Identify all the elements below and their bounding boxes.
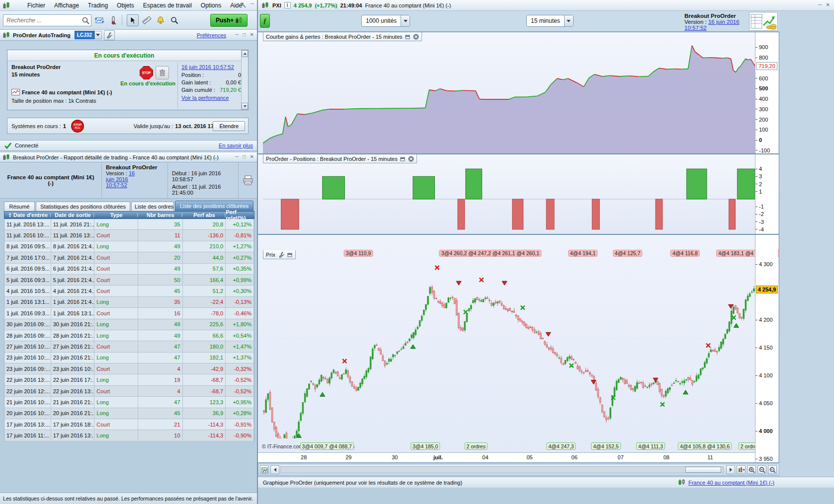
menu-item-espacesdetravail[interactable]: Espaces de travail xyxy=(139,0,196,10)
table-row[interactable]: 11 juil. 2016 13:...11 juil. 2016 21:...… xyxy=(4,219,254,230)
wrench-icon[interactable] xyxy=(278,251,285,258)
close-button[interactable]: ✕ xyxy=(250,154,254,159)
learn-more-link[interactable]: En savoir plus xyxy=(219,143,253,148)
close-button[interactable]: ✕ xyxy=(826,2,830,7)
table-row[interactable]: 22 juin 2016 12:...22 juin 2016 13:...Co… xyxy=(4,386,254,397)
menu-item-options[interactable]: Options xyxy=(196,0,226,10)
table-row[interactable]: 22 juin 2016 13:...22 juin 2016 17:...Lo… xyxy=(4,374,254,385)
units-dropdown[interactable]: 1000 unités xyxy=(361,15,410,27)
tab-2[interactable]: Statistiques des positions clôturées xyxy=(36,202,130,211)
push-button[interactable]: Push+ xyxy=(210,14,248,27)
scroll-left-button[interactable] xyxy=(270,465,279,474)
system-report-icon[interactable] xyxy=(749,12,778,31)
minimize-button[interactable]: ─ xyxy=(818,2,822,7)
table-row[interactable]: 11 juil. 2016 10:...11 juil. 2016 13:...… xyxy=(4,230,254,241)
zoom-out-icon[interactable] xyxy=(757,465,766,474)
table-row[interactable]: 30 juin 2016 09:...30 juin 2016 21:...Lo… xyxy=(4,319,254,330)
minimize-button[interactable]: ─ xyxy=(250,1,254,6)
zoom-in-icon[interactable] xyxy=(747,465,756,474)
table-row[interactable]: 6 juil. 2016 09:5...6 juil. 2016 21:4...… xyxy=(4,264,254,275)
column-header[interactable]: TypeI xyxy=(94,212,138,218)
zoom-tool-icon[interactable] xyxy=(168,14,180,26)
table-row[interactable]: 27 juin 2016 10:...27 juin 2016 21:...Co… xyxy=(4,341,254,352)
systems-scrollbar[interactable] xyxy=(241,50,248,110)
search-icon[interactable] xyxy=(82,17,89,24)
close-icon[interactable] xyxy=(413,34,419,40)
pin-icon[interactable] xyxy=(240,2,246,9)
version-link[interactable]: 16 xyxy=(129,170,135,176)
preferences-link[interactable]: Préférences xyxy=(197,32,226,38)
delete-system-button[interactable] xyxy=(156,66,169,79)
menu-item-trading[interactable]: Trading xyxy=(83,0,112,10)
table-row[interactable]: 23 juin 2016 09:...23 juin 2016 10:...Co… xyxy=(4,363,254,374)
column-header[interactable]: Nbr barresI xyxy=(138,212,183,218)
table-row[interactable]: 8 juil. 2016 09:5...8 juil. 2016 21:4...… xyxy=(4,241,254,252)
close-button[interactable]: ✕ xyxy=(250,32,254,37)
menu-item-objets[interactable]: Objets xyxy=(112,0,139,10)
performance-link[interactable]: Voir la performance xyxy=(181,95,241,101)
wrench-icon[interactable] xyxy=(104,30,115,40)
version-link-line3[interactable]: 10:57:52 xyxy=(106,182,164,188)
stop-all-button[interactable]: STOP ALL xyxy=(71,120,84,133)
maximize-button[interactable]: □ xyxy=(243,32,246,37)
calendar-icon[interactable] xyxy=(260,465,269,474)
column-header[interactable]: Date de sortieI xyxy=(51,212,95,218)
cursor-tool-icon[interactable] xyxy=(127,14,139,26)
account-dropdown-button[interactable] xyxy=(94,31,102,39)
equity-chart-tab[interactable]: Courbe gains & pertes : Breakout ProOrde… xyxy=(263,32,422,41)
print-icon[interactable] xyxy=(243,175,253,185)
table-row[interactable]: 1 juil. 2016 09:3...1 juil. 2016 13:1...… xyxy=(4,308,254,319)
restore-window-icon[interactable] xyxy=(400,156,406,161)
table-row[interactable]: 21 juin 2016 10:...21 juin 2016 21:...Lo… xyxy=(4,397,254,408)
ruler-tool-icon[interactable] xyxy=(141,14,153,26)
scrollbar-thumb[interactable] xyxy=(685,467,721,473)
column-header[interactable]: Perf relat(%) xyxy=(226,212,254,218)
table-row[interactable]: 5 juil. 2016 09:3...5 juil. 2016 21:4...… xyxy=(4,275,254,286)
table-row[interactable]: 7 juil. 2016 17:0...7 juil. 2016 21:4...… xyxy=(4,252,254,263)
table-row[interactable]: 4 juil. 2016 10:5...4 juil. 2016 21:4...… xyxy=(4,286,254,296)
column-header[interactable]: Perf absI xyxy=(183,212,226,218)
table-row[interactable]: 23 juin 2016 10:...23 juin 2016 21:...Lo… xyxy=(4,353,254,363)
timeframe-dropdown[interactable]: 15 minutes xyxy=(526,15,574,27)
units-dropdown-button[interactable] xyxy=(401,15,410,26)
table-row[interactable]: 1 juil. 2016 13:1...1 juil. 2016 21:4...… xyxy=(4,297,254,308)
positions-chart-tab[interactable]: ProOrder - Positions : Breakout ProOrder… xyxy=(263,154,417,163)
short-position-bar xyxy=(546,199,554,229)
minimize-button[interactable]: ─ xyxy=(235,154,239,159)
info-icon[interactable]: i xyxy=(284,2,291,8)
autotrading-window-titlebar[interactable]: ProOrder AutoTrading LCJ32 Préférences ─… xyxy=(0,30,257,41)
alert-bell-icon[interactable] xyxy=(155,14,167,26)
extend-button[interactable]: Étendre xyxy=(213,121,245,131)
restore-window-icon[interactable] xyxy=(405,34,411,39)
timeframe-dropdown-button[interactable] xyxy=(564,15,573,26)
trading-pointer-icon[interactable] xyxy=(107,14,119,26)
fx-indicator-button[interactable]: ƒ xyxy=(260,14,270,28)
table-row[interactable]: 17 juin 2016 13:...17 juin 2016 18:...Co… xyxy=(4,419,254,430)
tab-3[interactable]: Liste des ordres xyxy=(131,202,174,211)
maximize-button[interactable]: □ xyxy=(243,154,246,159)
horizontal-scrollbar[interactable] xyxy=(280,466,724,473)
start-date-link[interactable]: 16 juin 2016 10:57:52 xyxy=(181,64,241,70)
expand-chart-icon[interactable] xyxy=(737,465,746,474)
table-row[interactable]: 20 juin 2016 10:...20 juin 2016 21:...Lo… xyxy=(4,408,254,419)
minimize-button[interactable]: ─ xyxy=(235,32,239,37)
menu-item-fichier[interactable]: Fichier xyxy=(23,0,50,10)
scroll-down-button[interactable] xyxy=(242,103,248,110)
search-input[interactable] xyxy=(3,14,91,26)
zoom-custom-icon[interactable] xyxy=(768,465,777,474)
price-chart-tab[interactable]: Prix xyxy=(263,250,296,259)
tab-1[interactable]: Résumé xyxy=(4,202,35,211)
status-instrument-link[interactable]: France 40 au comptant (Mini 1€) (-) xyxy=(688,480,774,486)
column-header[interactable]: ⇧ Date d'entréeI xyxy=(4,212,51,218)
report-window-titlebar[interactable]: Breakout ProOrder - Rapport détaillé de … xyxy=(0,152,257,162)
close-icon[interactable] xyxy=(408,156,414,162)
menu-item-affichage[interactable]: Affichage xyxy=(50,0,83,10)
restore-window-icon[interactable] xyxy=(287,252,293,257)
account-selector[interactable]: LCJ32 xyxy=(75,31,94,39)
table-row[interactable]: 17 juin 2016 11:...17 juin 2016 13:...Lo… xyxy=(4,430,254,441)
chart-switch-icon[interactable] xyxy=(93,14,105,26)
version-link-line2[interactable]: juin 2016 xyxy=(106,176,164,182)
scroll-up-button[interactable] xyxy=(242,50,248,57)
table-row[interactable]: 28 juin 2016 09:...28 juin 2016 21:...Lo… xyxy=(4,330,254,341)
scroll-right-button[interactable] xyxy=(726,465,735,474)
